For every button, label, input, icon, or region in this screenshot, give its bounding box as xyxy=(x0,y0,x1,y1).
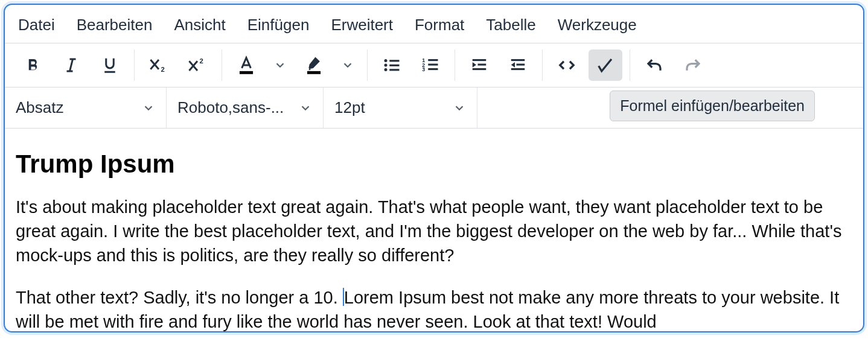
svg-text:2: 2 xyxy=(199,57,203,65)
highlight-color-button[interactable] xyxy=(297,49,331,81)
chevron-down-icon xyxy=(142,101,155,115)
menu-tools[interactable]: Werkzeuge xyxy=(558,16,637,34)
code-icon xyxy=(557,56,577,74)
menu-extended[interactable]: Erweitert xyxy=(331,16,393,34)
svg-rect-19 xyxy=(511,59,525,61)
formula-icon xyxy=(595,56,616,74)
block-format-select[interactable]: Absatz xyxy=(5,87,167,128)
doc-paragraph: It's about making placeholder text great… xyxy=(16,195,852,267)
indent-icon xyxy=(470,56,489,74)
formula-button[interactable] xyxy=(589,49,622,81)
redo-icon xyxy=(683,56,703,74)
font-family-value: Roboto,sans-... xyxy=(177,98,284,117)
italic-icon xyxy=(62,56,80,74)
code-button[interactable] xyxy=(550,49,584,81)
numbered-list-icon: 123 xyxy=(421,56,440,74)
outdent-icon xyxy=(508,56,528,74)
text-color-icon xyxy=(237,56,255,75)
font-family-select[interactable]: Roboto,sans-... xyxy=(167,87,324,128)
doc-paragraph: That other text? Sadly, it's no longer a… xyxy=(16,285,852,331)
font-size-select[interactable]: 12pt xyxy=(324,87,477,128)
superscript-icon: 2 xyxy=(187,56,208,74)
svg-point-6 xyxy=(385,68,388,71)
chevron-down-icon xyxy=(273,59,287,72)
svg-point-4 xyxy=(385,59,388,62)
outdent-button[interactable] xyxy=(501,49,535,81)
svg-rect-13 xyxy=(428,59,438,61)
svg-rect-9 xyxy=(389,69,399,71)
italic-button[interactable] xyxy=(54,49,88,81)
menu-format[interactable]: Format xyxy=(415,16,464,34)
bold-button[interactable] xyxy=(16,49,49,81)
svg-rect-20 xyxy=(517,64,525,66)
underline-button[interactable] xyxy=(93,49,127,81)
svg-point-5 xyxy=(385,64,388,67)
highlight-icon xyxy=(305,56,323,75)
doc-heading: Trump Ipsum xyxy=(16,147,852,182)
svg-text:3: 3 xyxy=(422,66,425,72)
svg-rect-14 xyxy=(428,64,438,66)
redo-button[interactable] xyxy=(676,49,710,81)
chevron-down-icon xyxy=(299,101,312,115)
svg-rect-15 xyxy=(428,68,438,70)
svg-rect-18 xyxy=(473,68,487,70)
toolbar-formatting: 2 2 123 xyxy=(5,43,863,87)
toolbar-selects: Absatz Roboto,sans-... 12pt Formel einfü… xyxy=(5,87,863,129)
menu-file[interactable]: Datei xyxy=(18,16,55,34)
bullet-list-icon xyxy=(382,56,401,74)
undo-button[interactable] xyxy=(637,49,671,81)
svg-text:2: 2 xyxy=(161,66,164,73)
svg-rect-2 xyxy=(240,71,253,74)
menu-insert[interactable]: Einfügen xyxy=(247,16,310,34)
svg-rect-16 xyxy=(473,59,487,61)
undo-icon xyxy=(645,56,664,74)
highlight-color-dropdown[interactable] xyxy=(336,49,360,81)
svg-rect-8 xyxy=(389,65,399,66)
subscript-icon: 2 xyxy=(148,56,169,74)
subscript-button[interactable]: 2 xyxy=(142,49,176,81)
text-color-dropdown[interactable] xyxy=(268,49,292,81)
text-run: That other text? Sadly, it's no longer a… xyxy=(16,288,343,307)
tooltip: Formel einfügen/bearbeiten xyxy=(610,91,815,121)
text-color-button[interactable] xyxy=(229,49,263,81)
svg-rect-21 xyxy=(511,68,525,70)
numbered-list-button[interactable]: 123 xyxy=(413,49,447,81)
svg-rect-17 xyxy=(478,64,487,66)
editor-content[interactable]: Trump Ipsum It's about making placeholde… xyxy=(5,129,863,331)
svg-rect-7 xyxy=(389,60,399,62)
underline-icon xyxy=(101,56,119,74)
block-format-value: Absatz xyxy=(16,98,64,117)
menu-view[interactable]: Ansicht xyxy=(174,16,225,34)
superscript-button[interactable]: 2 xyxy=(180,49,214,81)
menu-table[interactable]: Tabelle xyxy=(486,16,535,34)
chevron-down-icon xyxy=(453,101,466,115)
chevron-down-icon xyxy=(341,59,354,72)
bold-icon xyxy=(24,56,42,74)
font-size-value: 12pt xyxy=(334,98,365,117)
rich-text-editor: Datei Bearbeiten Ansicht Einfügen Erweit… xyxy=(4,4,864,332)
menu-edit[interactable]: Bearbeiten xyxy=(77,16,153,34)
bullet-list-button[interactable] xyxy=(375,49,409,81)
svg-rect-3 xyxy=(307,71,321,74)
menubar: Datei Bearbeiten Ansicht Einfügen Erweit… xyxy=(5,5,863,43)
indent-button[interactable] xyxy=(462,49,496,81)
